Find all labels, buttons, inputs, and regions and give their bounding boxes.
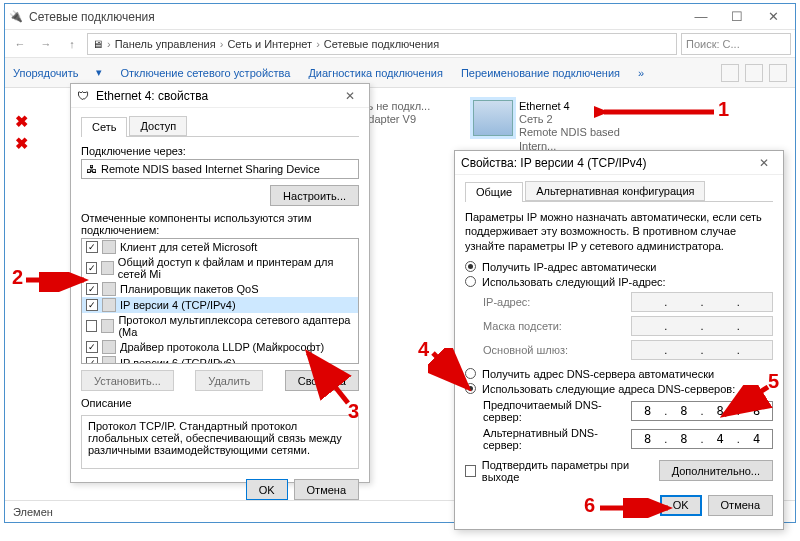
components-list[interactable]: ✓Клиент для сетей Microsoft✓Общий доступ… [81,238,359,364]
back-button[interactable]: ← [9,33,31,55]
diagnose-cmd[interactable]: Диагностика подключения [308,67,442,79]
adapter-item-selected[interactable]: Ethernet 4 Сеть 2 Remote NDIS based Inte… [473,100,653,153]
checkbox-icon[interactable]: ✓ [86,341,98,353]
disable-device-cmd[interactable]: Отключение сетевого устройства [120,67,290,79]
validate-checkbox[interactable]: Подтвердить параметры при выходе Дополни… [465,459,773,483]
adapter-status: Сеть 2 [519,113,653,126]
ok-button[interactable]: OK [246,479,288,500]
ok-button[interactable]: OK [660,495,702,516]
rename-cmd[interactable]: Переименование подключения [461,67,620,79]
tab-alt-config[interactable]: Альтернативная конфигурация [525,181,705,201]
checkbox-icon[interactable]: ✓ [86,241,98,253]
annotation-5: 5 [768,370,779,393]
component-icon [102,298,116,312]
alt-dns-input[interactable]: 8. 8. 4. 4 [631,429,773,449]
radio-icon [465,261,476,272]
close-button[interactable]: ✕ [755,7,791,27]
tab-strip: Общие Альтернативная конфигурация [465,181,773,202]
ethernet-properties-dialog: 🛡Ethernet 4: свойства ✕ Сеть Доступ Подк… [70,83,370,483]
install-button[interactable]: Установить... [81,370,174,391]
advanced-button[interactable]: Дополнительно... [659,460,773,481]
component-item[interactable]: ✓Планировщик пакетов QoS [82,281,358,297]
disabled-x-icon: ✖ [15,134,28,153]
component-icon [102,240,116,254]
component-label: IP версии 6 (TCP/IPv6) [120,357,236,364]
component-label: IP версии 4 (TCP/IPv4) [120,299,236,311]
ipv4-properties-dialog: Свойства: IP версии 4 (TCP/IPv4) ✕ Общие… [454,150,784,530]
close-button[interactable]: ✕ [751,156,777,170]
component-label: Протокол мультиплексора сетевого адаптер… [118,314,354,338]
radio-icon [465,368,476,379]
maximize-button[interactable]: ☐ [719,7,755,27]
alt-dns-label: Альтернативный DNS-сервер: [483,427,623,451]
component-label: Общий доступ к файлам и принтерам для се… [118,256,354,280]
component-label: Планировщик пакетов QoS [120,283,259,295]
gw-label: Основной шлюз: [483,344,623,356]
component-icon [101,319,114,333]
cancel-button[interactable]: Отмена [708,495,773,516]
component-item[interactable]: ✓IP версии 4 (TCP/IPv4) [82,297,358,313]
checkbox-icon[interactable]: ✓ [86,283,98,295]
disabled-x-icon: ✖ [15,112,28,131]
adapter-status: ль не подкл... [361,100,430,113]
component-icon [102,282,116,296]
adapter-desc: Remote NDIS based Intern... [519,126,653,152]
search-input[interactable]: Поиск: С... [681,33,791,55]
component-item[interactable]: ✓IP версии 6 (TCP/IPv6) [82,355,358,364]
more-cmd[interactable]: » [638,67,644,79]
properties-button[interactable]: Свойства [285,370,359,391]
help-icon[interactable] [769,64,787,82]
title-bar: 🔌 Сетевые подключения — ☐ ✕ [5,4,795,30]
annotation-6: 6 [584,494,595,517]
organize-menu[interactable]: Упорядочить [13,67,78,79]
annotation-3: 3 [348,400,359,423]
dialog-title: Ethernet 4: свойства [96,89,208,103]
mask-input: ... [631,316,773,336]
tab-network[interactable]: Сеть [81,117,127,137]
adapter-icon [473,100,513,136]
checkbox-icon[interactable]: ✓ [86,357,98,364]
info-text: Параметры IP можно назначать автоматичес… [465,210,773,253]
view-icon[interactable] [721,64,739,82]
nav-bar: ← → ↑ 🖥 › Панель управления › Сеть и Инт… [5,30,795,58]
breadcrumb[interactable]: 🖥 › Панель управления › Сеть и Интернет … [87,33,677,55]
checkbox-icon[interactable] [86,320,97,332]
component-item[interactable]: ✓Клиент для сетей Microsoft [82,239,358,255]
up-button[interactable]: ↑ [61,33,83,55]
component-item[interactable]: ✓Драйвер протокола LLDP (Майкрософт) [82,339,358,355]
component-icon [101,261,114,275]
configure-button[interactable]: Настроить... [270,185,359,206]
app-icon: 🔌 [9,10,23,23]
component-label: Драйвер протокола LLDP (Майкрософт) [120,341,324,353]
forward-button[interactable]: → [35,33,57,55]
minimize-button[interactable]: — [683,7,719,27]
breadcrumb-item[interactable]: Панель управления [115,38,216,50]
ip-input: ... [631,292,773,312]
checkbox-icon[interactable]: ✓ [86,299,98,311]
tab-strip: Сеть Доступ [81,116,359,137]
close-button[interactable]: ✕ [337,89,363,103]
manual-dns-radio[interactable]: Использовать следующие адреса DNS-сервер… [465,383,773,395]
component-item[interactable]: Протокол мультиплексора сетевого адаптер… [82,313,358,339]
manual-ip-radio[interactable]: Использовать следующий IP-адрес: [465,276,773,288]
radio-icon [465,383,476,394]
adapter-desc: Adapter V9 [361,113,430,126]
description-label: Описание [81,397,359,409]
component-item[interactable]: ✓Общий доступ к файлам и принтерам для с… [82,255,358,281]
tab-sharing[interactable]: Доступ [129,116,187,136]
checkbox-icon[interactable]: ✓ [86,262,97,274]
breadcrumb-item[interactable]: Сеть и Интернет [227,38,312,50]
nic-icon: 🖧 [86,163,97,175]
pref-dns-input[interactable]: 8. 8. 8. 8 [631,401,773,421]
breadcrumb-item[interactable]: Сетевые подключения [324,38,439,50]
device-field: 🖧 Remote NDIS based Internet Sharing Dev… [81,159,359,179]
tab-general[interactable]: Общие [465,182,523,202]
preview-icon[interactable] [745,64,763,82]
auto-dns-radio[interactable]: Получить адрес DNS-сервера автоматически [465,368,773,380]
gw-input: ... [631,340,773,360]
status-text: Элемен [13,506,53,518]
auto-ip-radio[interactable]: Получить IP-адрес автоматически [465,261,773,273]
uninstall-button[interactable]: Удалить [195,370,263,391]
cancel-button[interactable]: Отмена [294,479,359,500]
radio-icon [465,276,476,287]
